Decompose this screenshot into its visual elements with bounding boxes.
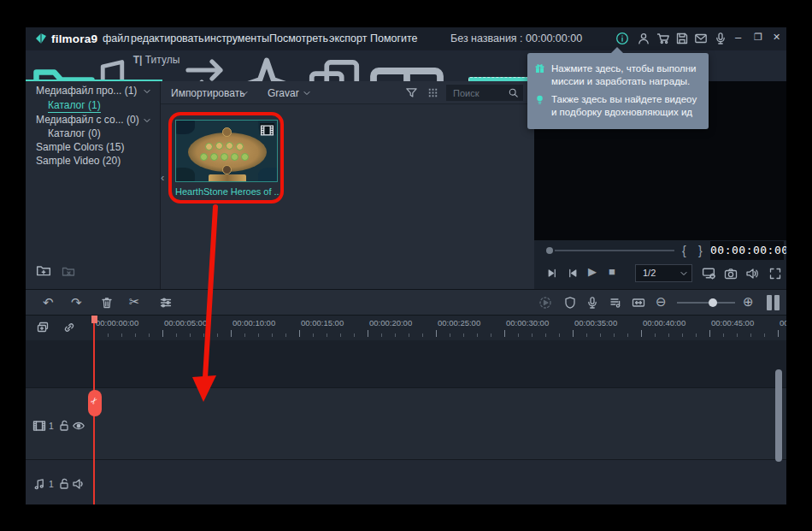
ruler-time-label: 00:00:30:00	[504, 316, 573, 340]
chevron-down-icon[interactable]	[142, 115, 152, 126]
media-panel-header: Импортировать Gravar	[161, 81, 534, 104]
video-track-number: 1	[49, 421, 54, 431]
stop-icon[interactable]: ■	[609, 265, 615, 278]
cart-icon[interactable]	[656, 32, 670, 45]
microphone-icon[interactable]	[714, 32, 727, 45]
timeline-zoom-slider-handle[interactable]	[709, 298, 717, 307]
volume-icon[interactable]	[745, 267, 759, 280]
tab-titles[interactable]: T| Титулы	[131, 53, 182, 67]
missions-tooltip: Нажмите здесь, чтобы выполни миссии и за…	[527, 53, 709, 129]
timeline-vertical-scrollbar[interactable]	[775, 369, 782, 462]
display-settings-icon[interactable]	[702, 266, 716, 280]
video-track[interactable]: 1	[26, 387, 786, 459]
delete-icon[interactable]	[100, 296, 114, 310]
import-dropdown[interactable]: Импортировать	[171, 87, 244, 99]
collapse-panel-arrow[interactable]: ‹	[161, 171, 164, 184]
sidebar-item-shared-media[interactable]: Медиафайл с со... (0)	[36, 114, 139, 126]
chevron-down-icon[interactable]	[142, 86, 152, 97]
gift-icon	[534, 63, 545, 74]
ruler-time-label: 00:00:50:00	[778, 316, 786, 340]
audio-track[interactable]: 1	[26, 459, 786, 504]
zoom-out-icon[interactable]: ⊖	[656, 295, 667, 309]
ruler-scale[interactable]: 00:00:00:0000:00:05:0000:00:10:0000:00:1…	[94, 316, 786, 340]
playhead-scissors-handle[interactable]: ✂	[88, 390, 102, 416]
scrubber-handle[interactable]	[546, 247, 553, 254]
audio-mixer-icon[interactable]	[609, 296, 622, 310]
audio-track-number: 1	[49, 479, 54, 489]
split-scissors-icon[interactable]: ✂	[129, 295, 140, 309]
new-folder-icon[interactable]	[36, 263, 51, 278]
sidebar-item-catalog-0[interactable]: Каталог (0)	[48, 127, 101, 139]
track-height-bar-icon[interactable]	[774, 295, 780, 310]
ruler-time-label: 00:00:45:00	[709, 316, 778, 340]
sidebar-item-project-media[interactable]: Медиафайл про... (1)	[36, 85, 137, 97]
chevron-down-icon[interactable]	[302, 88, 312, 98]
chevron-down-icon	[679, 268, 689, 279]
preview-quality-dropdown[interactable]: 1/2	[635, 264, 692, 282]
scrubber-track[interactable]	[555, 250, 674, 251]
info-icon[interactable]	[615, 32, 629, 45]
timeline-ruler[interactable]: 00:00:00:0000:00:05:0000:00:10:0000:00:1…	[26, 316, 786, 340]
adjust-sliders-icon[interactable]	[159, 296, 173, 310]
timeline-toolbar: ↶ ↷ ✂ ⊖ ⊕	[26, 289, 786, 316]
delete-folder-icon[interactable]	[62, 264, 75, 278]
sidebar-item-catalog-1[interactable]: Каталог (1)	[48, 99, 101, 113]
ruler-time-label: 00:00:20:00	[368, 316, 436, 340]
unlock-icon[interactable]	[57, 419, 71, 433]
lightbulb-icon	[534, 94, 545, 105]
menu-edit[interactable]: редактировать	[131, 32, 204, 44]
timeline-upper-area[interactable]	[26, 340, 786, 387]
record-voiceover-icon[interactable]	[585, 296, 599, 310]
link-icon[interactable]	[62, 321, 76, 334]
playhead-head[interactable]	[91, 316, 97, 323]
next-frame-icon[interactable]	[567, 267, 580, 280]
redo-icon[interactable]: ↷	[71, 296, 82, 310]
play-icon[interactable]: ▶	[588, 265, 597, 278]
chevron-down-icon[interactable]	[239, 88, 250, 98]
undo-icon[interactable]: ↶	[43, 296, 54, 310]
grid-view-icon[interactable]	[427, 86, 439, 99]
annotation-highlight-box	[168, 112, 284, 204]
menu-file[interactable]: файл	[103, 32, 130, 44]
sidebar-item-sample-colors[interactable]: Sample Colors (15)	[36, 141, 124, 153]
search-icon[interactable]	[508, 87, 519, 98]
ruler-time-label: 00:00:00:00	[94, 316, 162, 340]
close-button[interactable]: ✕	[773, 32, 780, 43]
ruler-time-label: 00:00:05:00	[162, 316, 231, 340]
track-height-bar-icon[interactable]	[767, 295, 772, 310]
eye-visibility-icon[interactable]	[72, 419, 85, 433]
save-icon[interactable]	[675, 32, 689, 45]
search-input[interactable]	[451, 86, 508, 101]
menu-view[interactable]: Посмотреть	[269, 32, 328, 44]
menu-tools[interactable]: инструменты	[204, 32, 269, 44]
filter-icon[interactable]	[405, 86, 418, 99]
menu-help[interactable]: Помогите	[370, 32, 418, 44]
snapshot-camera-icon[interactable]	[724, 267, 738, 280]
mute-speaker-icon[interactable]	[72, 477, 85, 491]
mark-in-icon[interactable]: {	[682, 244, 686, 257]
tooltip-item-missions: Нажмите здесь, чтобы выполни миссии и за…	[534, 62, 709, 88]
account-icon[interactable]	[637, 32, 650, 45]
record-dropdown[interactable]: Gravar	[268, 87, 299, 99]
tooltip-pointer	[610, 47, 624, 54]
filmora-logo-icon	[34, 32, 48, 45]
render-preview-icon[interactable]	[538, 296, 552, 310]
ruler-time-label: 00:00:40:00	[641, 316, 709, 340]
audio-track-icon	[32, 477, 46, 491]
menu-export[interactable]: экспорт	[329, 32, 367, 44]
mail-icon[interactable]	[694, 32, 708, 45]
video-track-icon	[32, 419, 46, 433]
zoom-in-icon[interactable]: ⊕	[743, 295, 754, 309]
fit-timeline-icon[interactable]	[632, 296, 645, 310]
titles-icon: T|	[133, 54, 143, 66]
timeline-zoom-slider-track[interactable]	[677, 302, 735, 304]
sidebar-item-sample-video[interactable]: Sample Video (20)	[36, 155, 121, 167]
manage-tracks-icon[interactable]	[36, 321, 50, 334]
previous-frame-icon[interactable]	[545, 267, 558, 280]
minimize-button[interactable]: –	[735, 31, 741, 44]
mark-out-icon[interactable]: }	[698, 244, 703, 257]
unlock-icon[interactable]	[57, 477, 71, 491]
maximize-button[interactable]: ❐	[754, 32, 762, 43]
marker-shield-icon[interactable]	[563, 296, 577, 310]
fullscreen-icon[interactable]	[768, 267, 782, 280]
